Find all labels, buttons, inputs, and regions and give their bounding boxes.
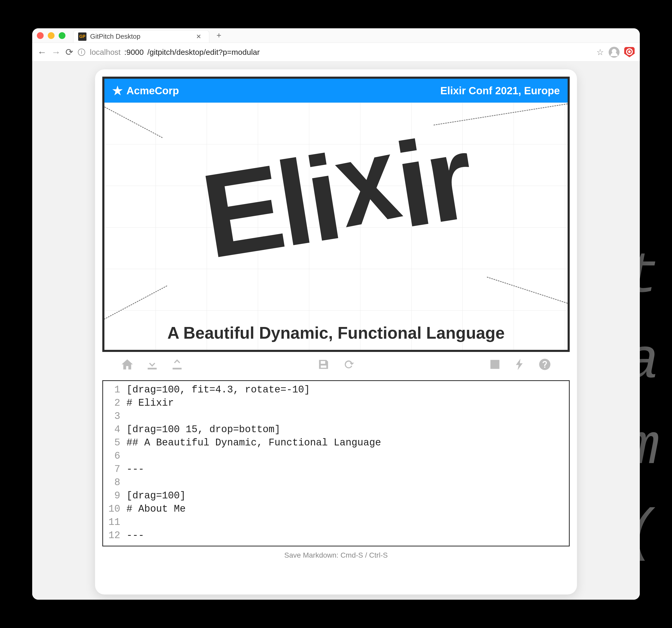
- help-icon[interactable]: [538, 358, 552, 374]
- profile-avatar-icon[interactable]: [609, 47, 620, 57]
- titlebar: GP GitPitch Desktop ✕ +: [32, 28, 640, 43]
- ublock-extension-icon[interactable]: [624, 47, 634, 57]
- slide-header: ★ AcmeCorp Elixir Conf 2021, Europe: [104, 79, 568, 102]
- bookmark-icon[interactable]: ☆: [596, 47, 604, 57]
- page-body: ★ AcmeCorp Elixir Conf 2021, Europe Elix…: [32, 62, 640, 600]
- close-window-button[interactable]: [37, 32, 44, 39]
- editor-toolbar: [102, 352, 570, 380]
- slide-subtitle: A Beautiful Dynamic, Functional Language: [104, 323, 568, 343]
- traffic-lights: [37, 32, 66, 39]
- url-path: /gitpitch/desktop/edit?p=modular: [147, 48, 260, 56]
- site-info-icon[interactable]: i: [78, 49, 85, 56]
- brand-name: AcmeCorp: [126, 85, 179, 97]
- minimize-window-button[interactable]: [48, 32, 54, 39]
- markdown-editor[interactable]: 123456789101112 [drag=100, fit=4.3, rota…: [102, 380, 570, 546]
- close-tab-button[interactable]: ✕: [196, 33, 201, 40]
- tab-title: GitPitch Desktop: [90, 32, 141, 41]
- image-icon[interactable]: [488, 358, 502, 374]
- guide-line: [102, 285, 167, 325]
- browser-window: GP GitPitch Desktop ✕ + ← → ⟳ i localhos…: [32, 28, 640, 600]
- slide-preview[interactable]: ★ AcmeCorp Elixir Conf 2021, Europe Elix…: [102, 77, 570, 352]
- code-area[interactable]: [drag=100, fit=4.3, rotate=-10]# Elixir …: [123, 381, 569, 546]
- slide-title: Elixir: [193, 108, 479, 285]
- browser-tab[interactable]: GP GitPitch Desktop ✕: [73, 30, 209, 43]
- forward-button[interactable]: →: [51, 47, 61, 57]
- address-field[interactable]: localhost:9000/gitpitch/desktop/edit?p=m…: [90, 48, 592, 56]
- guide-line: [102, 103, 163, 138]
- star-icon: ★: [112, 84, 123, 98]
- download-icon[interactable]: [145, 358, 159, 374]
- reload-button[interactable]: ⟳: [66, 47, 73, 57]
- guide-line: [487, 277, 570, 308]
- refresh-icon[interactable]: [342, 358, 355, 374]
- url-port: :9000: [124, 48, 144, 56]
- new-tab-button[interactable]: +: [217, 31, 221, 40]
- footer-hint: Save Markdown: Cmd-S / Ctrl-S: [102, 546, 570, 559]
- back-button[interactable]: ←: [38, 47, 47, 57]
- favicon: GP: [78, 32, 87, 41]
- tab-strip: GP GitPitch Desktop ✕ +: [73, 28, 221, 43]
- save-icon[interactable]: [317, 358, 330, 374]
- home-icon[interactable]: [120, 358, 134, 374]
- upload-icon[interactable]: [170, 358, 184, 374]
- maximize-window-button[interactable]: [59, 32, 66, 39]
- url-bar: ← → ⟳ i localhost:9000/gitpitch/desktop/…: [32, 43, 640, 62]
- line-gutter: 123456789101112: [103, 381, 123, 546]
- event-label: Elixir Conf 2021, Europe: [440, 85, 560, 97]
- gitpitch-app: ★ AcmeCorp Elixir Conf 2021, Europe Elix…: [95, 69, 577, 595]
- bolt-icon[interactable]: [513, 358, 527, 374]
- url-host: localhost: [90, 48, 120, 56]
- slide-canvas: Elixir A Beautiful Dynamic, Functional L…: [104, 102, 568, 350]
